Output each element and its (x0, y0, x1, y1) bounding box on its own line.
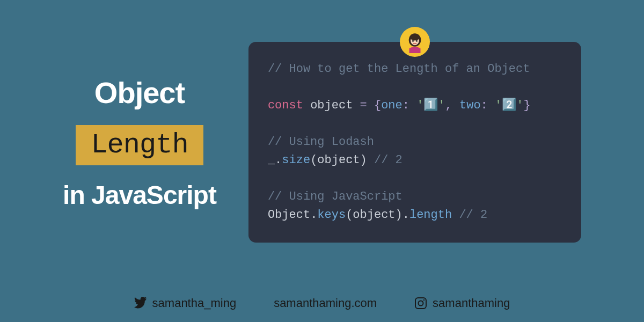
code-snippet: // How to get the Length of an Object co… (248, 42, 581, 243)
svg-point-6 (419, 301, 423, 306)
twitter-handle: samantha_ming (134, 296, 237, 310)
footer: samantha_ming samanthaming.com samantham… (0, 296, 644, 310)
svg-rect-5 (415, 298, 426, 309)
svg-point-2 (410, 34, 420, 40)
title-word-object: Object (94, 75, 185, 110)
title-word-length: Length (76, 125, 203, 165)
code-js-keys: keys (317, 208, 346, 222)
svg-point-4 (416, 40, 418, 41)
code-js-length: length (409, 208, 452, 222)
avatar (400, 27, 430, 57)
code-comment-lodash: // Using Lodash (268, 135, 374, 149)
title-in-javascript: in JavaScript (63, 180, 216, 210)
code-comment-title: // How to get the Length of an Object (268, 62, 530, 76)
website-link: samanthaming.com (274, 296, 377, 310)
title-block: Object Length in JavaScript (63, 75, 216, 210)
twitter-text: samantha_ming (152, 296, 237, 310)
code-comment-js: // Using JavaScript (268, 190, 402, 203)
instagram-icon (414, 297, 427, 310)
code-lodash-size: size (282, 153, 310, 167)
instagram-handle: samanthaming (414, 296, 510, 310)
svg-point-7 (423, 299, 425, 301)
website-text: samanthaming.com (274, 296, 377, 310)
code-keyword-const: const (268, 99, 303, 112)
twitter-icon (134, 297, 147, 310)
instagram-text: samanthaming (433, 296, 510, 310)
code-varname: object (310, 99, 353, 112)
svg-point-3 (412, 40, 414, 41)
